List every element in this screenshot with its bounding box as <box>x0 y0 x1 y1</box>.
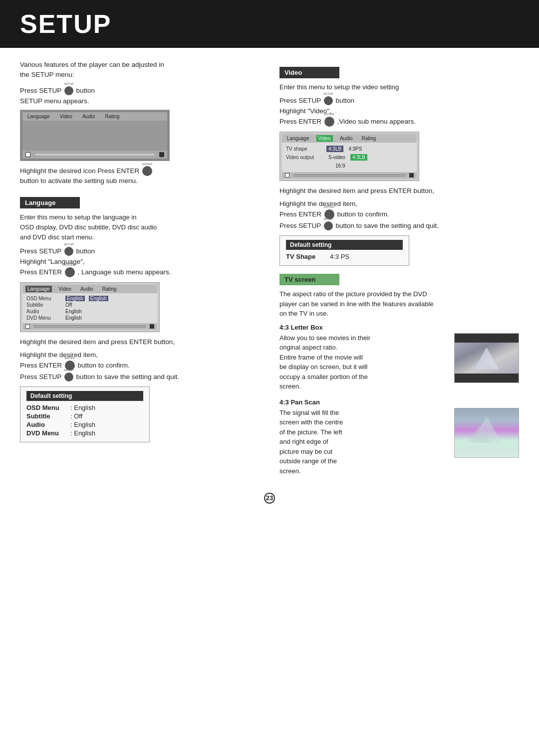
lang-row-osd: OSD Menu English English <box>26 295 153 302</box>
lang-checkbox <box>25 324 30 329</box>
lang-menu-content: OSD Menu English English Subtitle Off Au… <box>22 293 157 323</box>
video-setup-icon <box>324 96 333 105</box>
lang-press-enter2: Press ENTER button to confirm. <box>20 361 260 371</box>
tv-screen-header: TV screen <box>279 274 339 285</box>
screen-checkbox <box>25 152 30 157</box>
lang-screen-bottom <box>22 323 157 330</box>
letterbox-image <box>454 333 519 383</box>
screen-inner: Language Video Audio Rating <box>22 112 167 159</box>
lang-setup-icon2 <box>64 373 73 381</box>
highlight-icon-text: Highlight the desired icon Press ENTER b… <box>20 166 260 187</box>
lang-default-osd: OSD Menu : English <box>26 404 143 411</box>
video-checkbox <box>285 173 289 178</box>
lang-row-subtitle: Subtitle Off <box>26 302 153 308</box>
panscan-image <box>454 408 519 458</box>
letterbox-desc: Allow you to see movies in their origina… <box>279 333 447 391</box>
video-header: Video <box>279 67 339 78</box>
panscan-row: The signal will fill the screen with the… <box>279 408 519 476</box>
video-default-tvshape: TV Shape 4:3 PS <box>286 253 403 260</box>
video-menu-content: TV shape 4:3LB 4:3PS Video output S-vide… <box>282 143 417 172</box>
letterbox-text: Allow you to see movies in their origina… <box>279 333 447 391</box>
video-press-enter: Press ENTER ,Video sub menu appears. <box>279 117 519 127</box>
video-screen-bottom <box>282 172 417 179</box>
video-body: Enter this menu to setup the video setti… <box>279 82 519 92</box>
page: SETUP Various features of the player can… <box>0 0 539 756</box>
video-menu-screen: Language Video Audio Rating TV shape 4:3… <box>279 132 419 181</box>
setup-button-icon <box>64 86 73 95</box>
enter-button-icon <box>142 166 152 176</box>
lang-enter-icon <box>65 267 75 277</box>
video-row-169: 16:9 <box>286 162 413 170</box>
video-row-tvshape: TV shape 4:3LB 4:3PS <box>286 145 413 153</box>
left-column: Various features of the player can be ad… <box>20 60 260 483</box>
lang-press-enter: Press ENTER , Language sub menu appears. <box>20 267 260 277</box>
screen-progress <box>34 153 155 156</box>
lang-rec <box>150 324 154 329</box>
press-setup-line: Press SETUP button <box>20 86 260 95</box>
lang-highlight-item: Highlight the desired item, <box>20 351 260 359</box>
page-title: SETUP <box>20 9 111 38</box>
panscan-desc: The signal will fill the screen with the… <box>279 408 447 476</box>
lang-row-audio: Audio English <box>26 308 153 315</box>
lang-press-setup: Press SETUP button <box>20 247 260 256</box>
default-setting-video-header: Default setting <box>286 240 403 250</box>
video-enter-icon <box>324 117 334 127</box>
letterbox-row: Allow you to see movies in their origina… <box>279 333 519 391</box>
lang-menu-bar: Language Video Audio Rating <box>22 285 157 293</box>
page-number: 23 <box>264 493 275 504</box>
screen-rec <box>159 152 164 157</box>
video-row-output: Video output S-video 4:3LB <box>286 153 413 162</box>
screen-bottom <box>22 151 167 159</box>
lang-press-setup2: Press SETUP button to save the setting a… <box>20 373 260 381</box>
lang-progress <box>34 325 146 328</box>
main-dvd-screen: Language Video Audio Rating <box>20 110 170 161</box>
video-highlight-desired: Highlight the desired item and press ENT… <box>279 186 519 196</box>
page-number-area: 23 <box>0 493 539 504</box>
lang-row-dvdmenu: DVD Menu English <box>26 315 153 321</box>
tv-screen-section: TV screen The aspect ratio of the pictur… <box>279 274 519 476</box>
menu-bar: Language Video Audio Rating <box>22 112 167 121</box>
lang-highlight-desired: Highlight the desired item and press ENT… <box>20 337 260 347</box>
video-section: Video Enter this menu to setup the video… <box>279 60 519 266</box>
language-section: Language Enter this menu to setup the la… <box>20 190 260 442</box>
video-press-setup: Press SETUP button <box>279 96 519 105</box>
tv-option-panscan: 4:3 Pan Scan The signal will fill the sc… <box>279 398 519 476</box>
video-highlight-item: Highlight the desired item, <box>279 200 519 207</box>
video-progress <box>293 174 405 177</box>
panscan-text: The signal will fill the screen with the… <box>279 408 447 476</box>
header-bar: SETUP <box>0 0 539 48</box>
video-press-setup2: Press SETUP button to save the setting a… <box>279 221 519 230</box>
menu-appears-line: SETUP menu appears. <box>20 97 260 105</box>
language-body: Enter this menu to setup the language in… <box>20 212 260 242</box>
screen-content <box>22 121 167 151</box>
video-menu-bar: Language Video Audio Rating <box>282 134 417 143</box>
video-press-enter2: Press ENTER button to confirm. <box>279 209 519 219</box>
tv-screen-body: The aspect ratio of the picture provided… <box>279 289 519 319</box>
video-setup-icon2 <box>324 221 333 230</box>
lang-default-audio: Audio : English <box>26 421 143 428</box>
lang-default-subtitle: Subtitle : Off <box>26 412 143 420</box>
default-setting-video-box: Default setting TV Shape 4:3 PS <box>279 235 409 266</box>
lang-setup-icon <box>64 247 73 256</box>
default-setting-lang-header: Default setting <box>26 391 143 401</box>
svg-rect-4 <box>455 442 518 457</box>
language-menu-screen: Language Video Audio Rating OSD Menu Eng… <box>20 282 160 332</box>
content-area: Various features of the player can be ad… <box>0 60 539 483</box>
tv-option-letterbox: 4:3 Letter Box Allow you to see movies i… <box>279 324 519 391</box>
default-setting-lang-box: Default setting OSD Menu : English Subti… <box>20 386 150 442</box>
panscan-title: 4:3 Pan Scan <box>279 398 519 406</box>
language-header: Language <box>20 197 80 208</box>
lang-highlight-line: Highlight "Language", <box>20 258 260 265</box>
right-column: Video Enter this menu to setup the video… <box>279 60 519 483</box>
intro-text1: Various features of the player can be ad… <box>20 60 260 80</box>
video-rec <box>409 173 414 178</box>
letterbox-title: 4:3 Letter Box <box>279 324 519 331</box>
video-highlight-line: Highlight "Video", <box>279 107 519 115</box>
lang-default-dvdmenu: DVD Menu : English <box>26 429 143 437</box>
